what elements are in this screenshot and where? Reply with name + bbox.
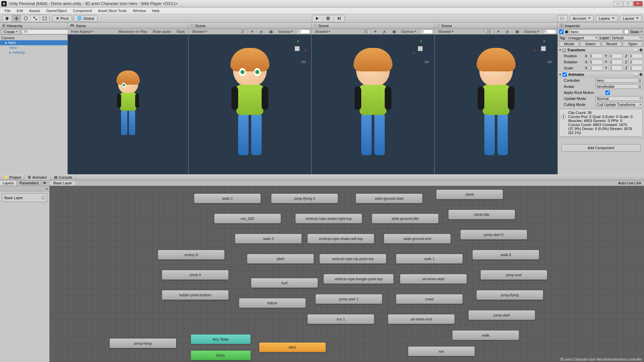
state-node[interactable]: climb bbox=[436, 189, 503, 199]
tag-dropdown[interactable]: Untagged bbox=[567, 36, 599, 40]
state-node[interactable]: jump-flying 0 bbox=[271, 193, 338, 203]
pos-y-input[interactable] bbox=[609, 54, 623, 58]
help-icon[interactable]: 📖 bbox=[633, 48, 638, 52]
transform-header[interactable]: ⬚Transform📖⚙ bbox=[558, 47, 644, 53]
menu-assets[interactable]: Assets bbox=[26, 8, 43, 13]
root-motion-checkbox[interactable] bbox=[605, 90, 610, 95]
menu-component[interactable]: Component bbox=[70, 8, 95, 13]
model-button[interactable]: Model bbox=[559, 41, 579, 47]
update-mode-dropdown[interactable]: Normal bbox=[595, 96, 643, 101]
light-icon[interactable]: ☀ bbox=[249, 29, 256, 34]
fx-icon[interactable]: ▦ bbox=[514, 29, 521, 34]
hierarchy-item[interactable]: hero bbox=[0, 45, 67, 50]
help-icon[interactable]: 📖 bbox=[633, 72, 638, 77]
scene-tab[interactable]: ⬚Scene bbox=[189, 23, 311, 29]
state-node[interactable]: vertical-rope-bangle-point-top bbox=[323, 274, 394, 284]
hierarchy-tab[interactable]: ☰ Hierarchy bbox=[0, 23, 67, 29]
menu-file[interactable]: File bbox=[2, 8, 13, 13]
account-dropdown[interactable]: Account bbox=[570, 15, 594, 21]
stats-toggle[interactable]: Stats bbox=[174, 29, 187, 34]
active-checkbox[interactable] bbox=[559, 29, 564, 34]
audio-icon[interactable]: 🔊 bbox=[503, 29, 512, 34]
avatar-field[interactable]: heroAvatar⊙ bbox=[595, 84, 643, 89]
scene-tab[interactable]: ⬚Scene bbox=[435, 23, 557, 29]
project-tab[interactable]: 📁Project bbox=[0, 174, 24, 180]
layer-item[interactable]: Base Layer bbox=[2, 193, 47, 202]
state-node[interactable]: ladder-point-bottom bbox=[162, 290, 229, 300]
scale-x-input[interactable] bbox=[589, 66, 603, 70]
gear-icon[interactable]: ⚙ bbox=[639, 72, 643, 77]
object-name-input[interactable] bbox=[570, 29, 623, 34]
open-button[interactable]: Open bbox=[623, 41, 643, 47]
scene-search[interactable] bbox=[543, 29, 556, 34]
breadcrumb[interactable]: Base Layer bbox=[50, 181, 75, 185]
shaded-dropdown[interactable]: Shaded bbox=[436, 29, 455, 34]
entry-node[interactable]: Entry bbox=[191, 350, 251, 360]
state-node[interactable]: crawl bbox=[396, 294, 463, 304]
gear-icon[interactable]: ⚙ bbox=[639, 48, 643, 52]
animator-tab[interactable]: ⊞Animator bbox=[24, 174, 51, 180]
animator-graph[interactable]: Any State Entry idle1 3D anim Character … bbox=[50, 186, 644, 362]
revert-button[interactable]: Revert bbox=[602, 41, 622, 47]
eye-icon[interactable]: 👁 bbox=[42, 181, 48, 185]
state-node[interactable]: walk 2 bbox=[194, 193, 261, 203]
shaded-dropdown[interactable]: Shaded bbox=[313, 29, 332, 34]
state-node[interactable]: vertical-rope-shake-right-top bbox=[295, 214, 362, 224]
hierarchy-item[interactable]: Camera bbox=[0, 36, 67, 40]
hierarchy-item-selected[interactable]: ▸ hero bbox=[0, 40, 67, 45]
rot-x-input[interactable] bbox=[589, 60, 603, 64]
state-node[interactable]: walk 1 bbox=[396, 254, 463, 264]
scene-tab[interactable]: ⬚Scene bbox=[312, 23, 434, 29]
rotate-tool[interactable] bbox=[21, 15, 31, 22]
state-node[interactable]: sit-down-start bbox=[400, 274, 467, 284]
state-node[interactable]: walk 0 bbox=[472, 250, 539, 260]
view-gizmo[interactable]: yx bbox=[288, 39, 307, 58]
pos-z-input[interactable] bbox=[629, 54, 643, 58]
menu-help[interactable]: Help bbox=[149, 8, 162, 13]
scene-canvas[interactable]: yx Iso bbox=[435, 35, 557, 174]
state-node[interactable]: run 1 bbox=[307, 314, 374, 324]
state-node[interactable]: walk 3 bbox=[235, 234, 302, 244]
state-node[interactable]: jump-start 1 bbox=[315, 294, 382, 304]
move-tool[interactable] bbox=[12, 15, 21, 22]
light-icon[interactable]: ☀ bbox=[372, 29, 379, 34]
rot-y-input[interactable] bbox=[609, 60, 623, 64]
2d-toggle[interactable]: 2D bbox=[485, 29, 493, 34]
animator-header[interactable]: Animator📖⚙ bbox=[558, 71, 644, 77]
create-button[interactable]: Create bbox=[1, 29, 20, 35]
fx-icon[interactable]: ▦ bbox=[267, 29, 275, 34]
state-node[interactable]: run bbox=[408, 346, 475, 356]
scale-tool[interactable] bbox=[31, 15, 40, 22]
pivot-toggle[interactable]: ⊕Pivot bbox=[52, 15, 72, 21]
animator-enabled[interactable] bbox=[562, 72, 567, 77]
inspector-tab[interactable]: ⓘInspector bbox=[558, 23, 644, 29]
state-node[interactable]: hurt bbox=[251, 278, 318, 288]
rect-tool[interactable] bbox=[40, 15, 49, 22]
state-node[interactable]: idle0 bbox=[247, 254, 314, 264]
hierarchy-search[interactable] bbox=[21, 29, 69, 34]
game-canvas[interactable] bbox=[68, 35, 188, 174]
scale-z-input[interactable] bbox=[629, 66, 643, 70]
state-node[interactable]: jump-hang bbox=[109, 338, 176, 348]
scene-search[interactable] bbox=[420, 29, 433, 34]
state-node[interactable]: jump-start 0 bbox=[460, 230, 527, 240]
auto-live-link[interactable]: Auto Live Link bbox=[615, 181, 644, 185]
state-node[interactable]: jump-start bbox=[468, 310, 535, 320]
state-node[interactable]: victory 0 bbox=[158, 250, 225, 260]
maximize-toggle[interactable]: Maximize on Play bbox=[116, 29, 149, 34]
add-component-button[interactable]: Add Component bbox=[561, 144, 641, 152]
select-button[interactable]: Select bbox=[580, 41, 600, 47]
menu-window[interactable]: Window bbox=[130, 8, 149, 13]
state-node[interactable]: climb-idle bbox=[448, 209, 515, 220]
close-button[interactable]: ✕ bbox=[633, 1, 643, 6]
view-gizmo[interactable]: yz bbox=[411, 39, 430, 58]
state-node[interactable]: slide-ground-idle bbox=[372, 214, 439, 224]
hand-tool[interactable] bbox=[2, 15, 12, 22]
audio-icon[interactable]: 🔊 bbox=[380, 29, 389, 34]
cloud-button[interactable] bbox=[557, 15, 568, 22]
state-node[interactable]: sit-down-end bbox=[388, 314, 455, 324]
menu-edit[interactable]: Edit bbox=[14, 8, 26, 13]
scene-canvas[interactable]: yx Iso bbox=[189, 35, 311, 174]
layer-dropdown[interactable]: Default bbox=[610, 36, 643, 40]
audio-icon[interactable]: 🔊 bbox=[257, 29, 266, 34]
